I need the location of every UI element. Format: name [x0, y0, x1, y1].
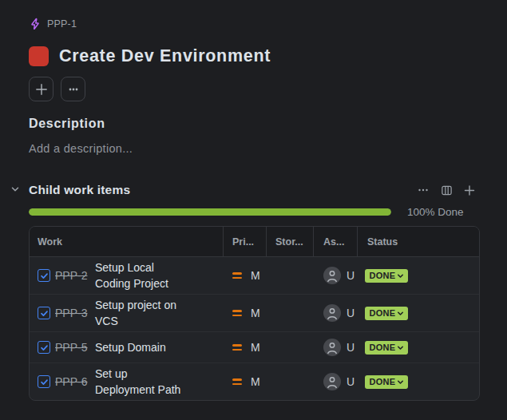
- status-dropdown[interactable]: DONE: [365, 307, 408, 320]
- description-placeholder[interactable]: Add a description...: [29, 142, 507, 155]
- story-points-cell[interactable]: [267, 332, 314, 363]
- story-points-cell[interactable]: [267, 363, 314, 400]
- status-dropdown[interactable]: DONE: [365, 375, 408, 389]
- chevron-down-icon: [396, 343, 405, 352]
- avatar: [323, 373, 341, 390]
- assignee-name: U: [347, 375, 355, 388]
- work-cell: PPP-6 Set up Deployment Path: [30, 363, 224, 400]
- description-heading: Description: [29, 117, 507, 131]
- assignee-cell[interactable]: U: [314, 332, 358, 363]
- priority-value[interactable]: M: [251, 269, 260, 282]
- page-title[interactable]: Create Dev Environment: [59, 46, 271, 66]
- assignee-cell[interactable]: U: [314, 295, 358, 331]
- issue-name[interactable]: Setup Domain: [95, 339, 166, 355]
- avatar: [323, 304, 341, 322]
- issue-key[interactable]: PPP-3: [55, 307, 90, 319]
- column-header-assignee[interactable]: As...: [314, 227, 358, 256]
- checkbox-checked[interactable]: [38, 341, 50, 354]
- progress-row: 100% Done: [29, 206, 480, 218]
- assignee-name: U: [347, 269, 355, 282]
- checkbox-checked[interactable]: [38, 269, 50, 282]
- work-cell: PPP-5 Setup Domain: [30, 332, 224, 363]
- work-cell: PPP-2 Setup Local Coding Project: [30, 257, 224, 294]
- issue-key[interactable]: PPP-5: [55, 341, 90, 354]
- table-header-row: Work Pri... Stor... As... Status: [30, 227, 479, 257]
- child-items-toolbar: [417, 184, 476, 196]
- table-row[interactable]: PPP-5 Setup Domain M U DONE: [30, 331, 479, 363]
- add-child-item-button[interactable]: [463, 184, 476, 196]
- issue-name[interactable]: Setup Local Coding Project: [95, 260, 187, 291]
- issue-key[interactable]: PPP-6: [55, 375, 90, 388]
- status-label: DONE: [370, 308, 396, 318]
- status-label: DONE: [370, 377, 396, 386]
- status-dropdown[interactable]: DONE: [365, 269, 408, 283]
- status-cell: DONE: [358, 295, 479, 331]
- issue-detail-page: PPP-1 Create Dev Environment Description…: [0, 0, 507, 401]
- status-cell: DONE: [358, 257, 479, 294]
- issue-name[interactable]: Setup project on VCS: [95, 297, 187, 329]
- checkbox-checked[interactable]: [38, 307, 50, 319]
- column-header-story-points[interactable]: Stor...: [267, 227, 314, 256]
- priority-cell[interactable]: M: [224, 295, 267, 331]
- add-button[interactable]: [29, 77, 53, 101]
- priority-cell[interactable]: M: [224, 257, 267, 294]
- child-work-items-table: Work Pri... Stor... As... Status PPP-2 S…: [29, 226, 480, 401]
- progress-bar-fill: [29, 208, 391, 216]
- chevron-down-icon: [396, 378, 405, 386]
- issue-color-icon[interactable]: [29, 46, 49, 66]
- status-label: DONE: [370, 271, 396, 280]
- column-header-priority[interactable]: Pri...: [224, 227, 267, 256]
- breadcrumb: PPP-1: [29, 18, 507, 30]
- status-label: DONE: [370, 343, 396, 352]
- status-cell: DONE: [358, 332, 479, 363]
- breadcrumb-item-key[interactable]: PPP-1: [47, 18, 77, 30]
- table-row[interactable]: PPP-6 Set up Deployment Path M U DONE: [30, 363, 479, 400]
- column-header-work[interactable]: Work: [30, 227, 224, 256]
- epic-bolt-icon: [29, 18, 42, 30]
- chevron-down-icon: [396, 309, 405, 318]
- story-points-cell[interactable]: [267, 295, 314, 331]
- assignee-name: U: [347, 341, 355, 354]
- priority-value[interactable]: M: [251, 341, 260, 354]
- assignee-cell[interactable]: U: [314, 257, 358, 294]
- child-work-items-header: Child work items: [29, 183, 480, 197]
- priority-value[interactable]: M: [251, 375, 260, 388]
- status-cell: DONE: [358, 363, 479, 400]
- title-row: Create Dev Environment: [29, 46, 507, 66]
- priority-cell[interactable]: M: [224, 363, 267, 400]
- priority-value[interactable]: M: [251, 307, 260, 319]
- child-work-items-title: Child work items: [29, 183, 130, 197]
- ellipsis-icon: [67, 83, 80, 96]
- assignee-cell[interactable]: U: [314, 363, 358, 400]
- story-points-cell[interactable]: [267, 257, 314, 294]
- checkbox-checked[interactable]: [38, 375, 50, 388]
- issue-name[interactable]: Set up Deployment Path: [95, 366, 187, 398]
- table-row[interactable]: PPP-3 Setup project on VCS M U DONE: [30, 294, 479, 331]
- plus-icon: [34, 82, 49, 97]
- progress-bar: [29, 208, 391, 216]
- work-cell: PPP-3 Setup project on VCS: [30, 295, 224, 331]
- priority-cell[interactable]: M: [224, 332, 267, 363]
- collapse-chevron-icon[interactable]: [10, 184, 21, 198]
- avatar: [323, 267, 341, 284]
- priority-medium-icon: [232, 378, 242, 385]
- status-dropdown[interactable]: DONE: [365, 341, 408, 355]
- chevron-down-icon: [396, 271, 405, 280]
- column-header-status[interactable]: Status: [358, 227, 479, 256]
- priority-medium-icon: [232, 344, 242, 351]
- child-items-more-button[interactable]: [417, 184, 430, 196]
- priority-medium-icon: [232, 310, 242, 316]
- table-row[interactable]: PPP-2 Setup Local Coding Project M U DON…: [30, 257, 479, 294]
- issue-key[interactable]: PPP-2: [55, 269, 90, 282]
- progress-label: 100% Done: [407, 206, 464, 218]
- assignee-name: U: [347, 307, 355, 319]
- columns-config-button[interactable]: [440, 184, 453, 196]
- avatar: [323, 339, 341, 356]
- issue-actions: [29, 77, 507, 101]
- priority-medium-icon: [232, 272, 242, 279]
- more-actions-button[interactable]: [61, 77, 85, 101]
